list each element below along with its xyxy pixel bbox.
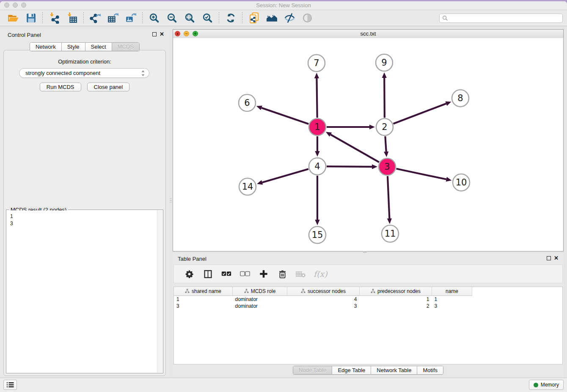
hide-graphics-details-button[interactable] bbox=[282, 11, 297, 25]
float-panel-icon[interactable] bbox=[152, 32, 157, 36]
result-scrollbar[interactable] bbox=[157, 210, 162, 373]
table-cell[interactable]: 4 bbox=[287, 296, 360, 303]
zoom-in-button[interactable] bbox=[147, 11, 161, 25]
criterion-dropdown-value: strongly connected component bbox=[25, 70, 100, 76]
close-panel-button[interactable]: Close panel bbox=[87, 83, 130, 91]
graph-node-15[interactable]: 15 bbox=[309, 226, 326, 243]
memory-button[interactable]: Memory bbox=[529, 380, 564, 390]
close-panel-icon[interactable]: ✕ bbox=[554, 255, 559, 261]
mcds-result-list[interactable]: 13 bbox=[7, 210, 157, 373]
horizontal-splitter-handle[interactable] bbox=[363, 251, 367, 253]
table-cell[interactable]: 3 bbox=[287, 303, 360, 309]
tab-network-table[interactable]: Network Table bbox=[371, 366, 417, 374]
graph-edge-3-10[interactable] bbox=[396, 169, 452, 182]
search-icon bbox=[442, 15, 448, 21]
graph-edge-4-14[interactable] bbox=[257, 169, 308, 185]
tab-node-table[interactable]: Node Table bbox=[293, 366, 332, 374]
toggle-panes-button[interactable] bbox=[201, 267, 215, 281]
graph-node-3[interactable]: 3 bbox=[379, 158, 396, 175]
task-history-button[interactable] bbox=[3, 380, 17, 390]
graph-node-8[interactable]: 8 bbox=[452, 90, 469, 107]
application-window: Session: New Session bbox=[0, 0, 567, 392]
network-view-window: x – + scc.txt 1234678910111415 bbox=[173, 29, 564, 251]
import-network-button[interactable] bbox=[47, 11, 61, 25]
toolbar-separator bbox=[242, 12, 242, 24]
table-cell[interactable]: 2 bbox=[360, 303, 432, 309]
save-session-button[interactable] bbox=[24, 11, 38, 25]
graph-edge-1-6[interactable] bbox=[256, 105, 308, 124]
graph-node-6[interactable]: 6 bbox=[239, 94, 256, 111]
graph-edge-4-3[interactable] bbox=[327, 164, 377, 169]
svg-text:11: 11 bbox=[385, 229, 396, 239]
table-cell[interactable]: 1 bbox=[360, 296, 432, 303]
search-input[interactable] bbox=[448, 14, 562, 22]
svg-text:10: 10 bbox=[456, 177, 467, 188]
import-table-button[interactable] bbox=[65, 11, 79, 25]
control-panel-tabs: NetworkStyleSelectMCDS bbox=[0, 42, 169, 51]
table-settings-button[interactable] bbox=[182, 267, 196, 281]
graph-edge-3-11[interactable] bbox=[387, 176, 392, 224]
delete-table-button[interactable] bbox=[294, 267, 308, 281]
vertical-splitter-handle[interactable] bbox=[170, 199, 172, 202]
export-table-button[interactable] bbox=[106, 11, 120, 25]
column-header-successor-nodes[interactable]: successor nodes bbox=[287, 287, 360, 296]
graph-node-10[interactable]: 10 bbox=[453, 174, 470, 191]
graph-edge-4-15[interactable] bbox=[315, 176, 319, 225]
graph-edge-2-8[interactable] bbox=[394, 102, 451, 124]
graph-node-11[interactable]: 11 bbox=[382, 225, 399, 242]
graph-node-2[interactable]: 2 bbox=[376, 119, 393, 135]
zoom-fit-button[interactable] bbox=[182, 11, 197, 25]
hierarchy-icon bbox=[244, 289, 249, 293]
graph-node-1[interactable]: 1 bbox=[309, 119, 326, 135]
show-graphics-details-button[interactable] bbox=[300, 11, 314, 25]
close-panel-icon[interactable]: ✕ bbox=[160, 31, 164, 37]
tab-mcds[interactable]: MCDS bbox=[112, 43, 139, 51]
hierarchy-icon bbox=[301, 289, 306, 293]
table-cell[interactable]: 3 bbox=[432, 303, 472, 309]
table-cell[interactable]: 3 bbox=[174, 303, 233, 309]
column-header-MCDS-role[interactable]: MCDS role bbox=[233, 287, 287, 296]
column-header-shared-name[interactable]: shared name bbox=[174, 287, 233, 296]
column-header-name[interactable]: name bbox=[432, 287, 472, 296]
clone-network-button[interactable] bbox=[247, 11, 261, 25]
tab-style[interactable]: Style bbox=[61, 43, 85, 51]
criterion-dropdown[interactable]: strongly connected component bbox=[19, 68, 149, 78]
zoom-selected-button[interactable] bbox=[200, 11, 215, 25]
delete-column-button[interactable] bbox=[275, 267, 289, 281]
export-image-button[interactable] bbox=[124, 11, 138, 25]
function-builder-button[interactable]: f(x) bbox=[314, 269, 328, 279]
table-cell[interactable]: dominator bbox=[233, 303, 287, 309]
zoom-fit-icon bbox=[184, 12, 195, 24]
graph-edge-1-4[interactable] bbox=[315, 136, 319, 157]
tab-network[interactable]: Network bbox=[30, 43, 61, 51]
tab-motifs[interactable]: Motifs bbox=[417, 366, 443, 374]
run-mcds-button[interactable]: Run MCDS bbox=[40, 83, 81, 91]
add-column-button[interactable] bbox=[256, 267, 271, 281]
graph-edge-2-9[interactable] bbox=[382, 72, 387, 118]
export-network-button[interactable] bbox=[88, 11, 102, 25]
reset-view-button[interactable] bbox=[264, 11, 279, 25]
clone-network-icon bbox=[248, 12, 260, 24]
graph-node-9[interactable]: 9 bbox=[376, 54, 393, 71]
table-cell[interactable]: dominator bbox=[233, 296, 287, 303]
graph-edge-2-3[interactable] bbox=[384, 136, 388, 157]
graph-node-7[interactable]: 7 bbox=[308, 55, 325, 72]
deselect-all-columns-button[interactable] bbox=[238, 267, 252, 281]
zoom-out-button[interactable] bbox=[165, 11, 179, 25]
tab-edge-table[interactable]: Edge Table bbox=[332, 366, 371, 374]
table-toolbar: f(x) bbox=[173, 265, 563, 283]
open-session-button[interactable] bbox=[6, 11, 20, 25]
graph-edge-1-2[interactable] bbox=[327, 124, 375, 129]
tab-select[interactable]: Select bbox=[85, 43, 112, 51]
table-cell[interactable]: 1 bbox=[432, 296, 472, 303]
network-canvas[interactable]: 1234678910111415 bbox=[173, 38, 563, 251]
graph-edge-3-1[interactable] bbox=[326, 132, 379, 162]
float-panel-icon[interactable] bbox=[547, 256, 551, 260]
graph-edge-1-7[interactable] bbox=[314, 73, 319, 118]
graph-node-4[interactable]: 4 bbox=[309, 158, 326, 175]
graph-node-14[interactable]: 14 bbox=[239, 178, 256, 195]
table-cell[interactable]: 1 bbox=[174, 296, 233, 303]
select-all-columns-button[interactable] bbox=[219, 267, 234, 281]
apply-layout-button[interactable] bbox=[223, 11, 238, 25]
column-header-predecessor-nodes[interactable]: predecessor nodes bbox=[360, 287, 432, 296]
